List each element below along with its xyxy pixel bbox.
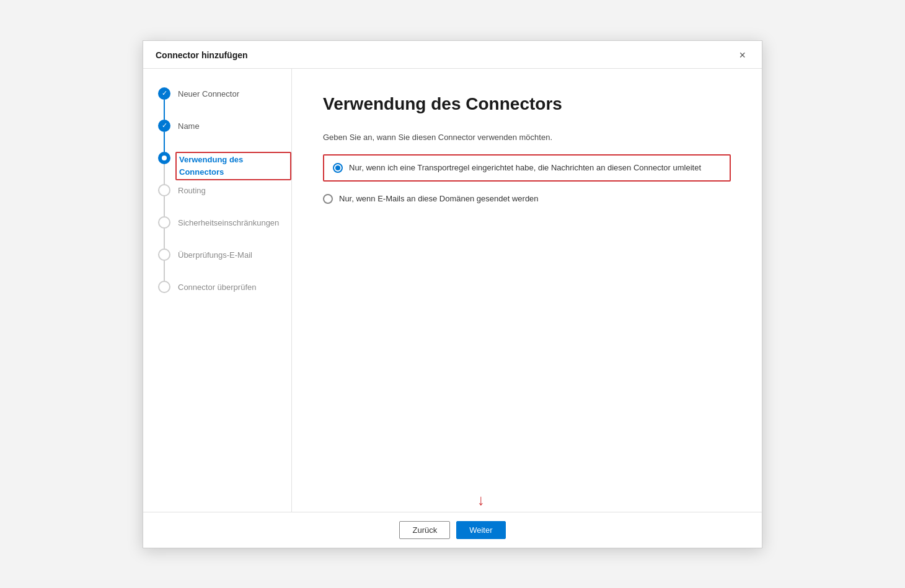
main-content: Verwendung des Connectors Geben Sie an, … [292, 69, 762, 512]
option1-container[interactable]: Nur, wenn ich eine Transportregel einger… [323, 154, 731, 182]
step-label-ueberpruefung: Überprüfungs-E-Mail [178, 248, 252, 261]
check-icon-2: ✓ [162, 121, 167, 129]
check-icon-1: ✓ [162, 89, 167, 97]
step-connector-5 [158, 216, 170, 248]
step-label-sicherheit: Sicherheitseinschränkungen [178, 216, 279, 229]
page-title: Verwendung des Connectors [323, 94, 731, 115]
step-circle-2: ✓ [158, 120, 170, 132]
step-item-verwendung: Verwendung des Connectors [158, 152, 291, 184]
step-item-routing: Routing [158, 184, 291, 216]
step-connector-6 [158, 248, 170, 281]
step-connector-1: ✓ [158, 87, 170, 120]
step-item-name: ✓ Name [158, 120, 291, 152]
step-connector-7 [158, 281, 170, 293]
step-line-2 [164, 132, 165, 152]
step-item-ueberpruefung: Überprüfungs-E-Mail [158, 248, 291, 281]
arrow-down-icon: ↓ [477, 493, 485, 507]
step-item-neuer-connector: ✓ Neuer Connector [158, 87, 291, 120]
step-connector-4 [158, 184, 170, 216]
close-button[interactable]: × [735, 48, 749, 62]
step-label-verwendung: Verwendung des Connectors [179, 154, 243, 177]
back-button[interactable]: Zurück [399, 521, 450, 539]
radio-option1[interactable] [333, 163, 343, 173]
option1-text: Nur, wenn ich eine Transportregel einger… [349, 162, 701, 174]
step-line-6 [164, 261, 165, 281]
step-circle-1: ✓ [158, 87, 170, 100]
step-label-routing: Routing [178, 184, 206, 197]
step-item-connector-ueberpruefen: Connector überprüfen [158, 281, 291, 294]
step-circle-6 [158, 248, 170, 261]
dialog-footer: ↓ Zurück Weiter [143, 512, 762, 548]
step-circle-7 [158, 281, 170, 293]
step-label-name: Name [178, 120, 200, 133]
step-item-sicherheit: Sicherheitseinschränkungen [158, 216, 291, 248]
description-text: Geben Sie an, wann Sie diesen Connector … [323, 133, 731, 142]
next-button[interactable]: Weiter [456, 521, 505, 539]
step-label-neuer-connector: Neuer Connector [178, 87, 239, 100]
option2-container[interactable]: Nur, wenn E-Mails an diese Domänen gesen… [323, 189, 731, 209]
sidebar: ✓ Neuer Connector ✓ Name [143, 69, 292, 512]
dialog: Connector hinzufügen × ✓ Neuer Connector [143, 40, 762, 548]
step-line-5 [164, 229, 165, 248]
step-list: ✓ Neuer Connector ✓ Name [158, 87, 291, 294]
radio-option2[interactable] [323, 194, 333, 204]
step-circle-5 [158, 216, 170, 229]
step-circle-4 [158, 184, 170, 196]
dialog-title: Connector hinzufügen [156, 50, 248, 60]
dialog-header: Connector hinzufügen × [143, 41, 762, 69]
step-connector-2: ✓ [158, 120, 170, 152]
step-connector-3 [158, 152, 170, 184]
dialog-body: ✓ Neuer Connector ✓ Name [143, 69, 762, 512]
step-circle-3 [158, 152, 170, 164]
step-line-1 [164, 100, 165, 120]
step-line-3 [164, 164, 165, 184]
step-line-4 [164, 196, 165, 216]
step-label-connector-ueberpruefen: Connector überprüfen [178, 281, 256, 294]
option2-text: Nur, wenn E-Mails an diese Domänen gesen… [339, 193, 539, 205]
